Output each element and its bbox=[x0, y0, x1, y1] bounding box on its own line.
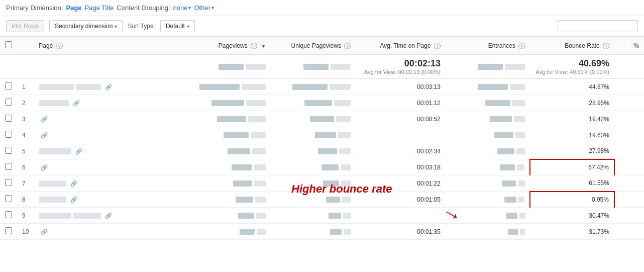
external-link-icon[interactable]: 🔗 bbox=[75, 148, 82, 154]
table-row: 8 🔗 00:01:05 0.95% bbox=[0, 192, 644, 208]
row-bounce-rate: 30.47% bbox=[530, 208, 614, 224]
row-unique-pageviews bbox=[271, 192, 356, 208]
external-link-icon[interactable]: 🔗 bbox=[73, 100, 80, 106]
row-pageviews bbox=[186, 175, 271, 192]
external-link-icon[interactable]: 🔗 bbox=[70, 180, 77, 187]
search-area bbox=[558, 20, 638, 32]
row-bounce-rate: 19.60% bbox=[530, 127, 614, 143]
bounce-rate-help-icon[interactable]: ? bbox=[603, 43, 609, 49]
row-bounce-rate: 67.42% bbox=[530, 159, 614, 175]
row-number: 5 bbox=[17, 143, 34, 159]
pageviews-help-icon[interactable]: ? bbox=[251, 43, 257, 49]
row-pct bbox=[614, 175, 644, 192]
content-grouping-dropdown[interactable]: none ▾ bbox=[173, 4, 191, 12]
row-number: 10 bbox=[17, 224, 34, 240]
row-checkbox-cell[interactable] bbox=[0, 111, 17, 127]
row-checkbox-cell[interactable] bbox=[0, 159, 17, 175]
summary-num bbox=[17, 54, 34, 79]
row-unique-pageviews bbox=[271, 111, 356, 127]
sort-default-dropdown[interactable]: Default ▾ bbox=[160, 20, 195, 32]
row-avg-time: 00:01:35 bbox=[356, 224, 446, 240]
page-link[interactable]: Page bbox=[66, 4, 81, 12]
row-entrances bbox=[446, 95, 530, 111]
row-number: 6 bbox=[17, 159, 34, 175]
secondary-dimension-dropdown[interactable]: Secondary dimension ▾ bbox=[49, 20, 123, 32]
summary-page bbox=[34, 54, 186, 79]
row-number: 3 bbox=[17, 111, 34, 127]
row-checkbox-cell[interactable] bbox=[0, 208, 17, 224]
avg-time-column-header[interactable]: Avg. Time on Page ? bbox=[356, 37, 446, 55]
table-row: 1 🔗 00:03:13 44.87% bbox=[0, 79, 644, 95]
row-checkbox[interactable] bbox=[5, 99, 12, 106]
row-checkbox-cell[interactable] bbox=[0, 192, 17, 208]
row-pageviews bbox=[186, 127, 271, 143]
entrances-column-header[interactable]: Entrances ? bbox=[446, 37, 530, 55]
row-checkbox[interactable] bbox=[5, 179, 12, 186]
table-row: 3 🔗 00:00:52 19.42% bbox=[0, 111, 644, 127]
summary-unique bbox=[271, 54, 356, 79]
summary-entrances bbox=[446, 54, 530, 79]
row-checkbox-cell[interactable] bbox=[0, 79, 17, 95]
row-avg-time bbox=[356, 127, 446, 143]
external-link-icon[interactable]: 🔗 bbox=[70, 197, 77, 203]
row-avg-time: 00:03:13 bbox=[356, 79, 446, 95]
page-title-link[interactable]: Page Title bbox=[85, 4, 114, 12]
row-checkbox[interactable] bbox=[5, 115, 12, 122]
row-bounce-rate: 27.98% bbox=[530, 143, 614, 159]
avg-time-help-icon[interactable]: ? bbox=[434, 43, 441, 49]
row-pct bbox=[614, 208, 644, 224]
row-checkbox[interactable] bbox=[5, 211, 12, 218]
select-all-checkbox[interactable] bbox=[5, 41, 12, 48]
row-unique-pageviews bbox=[271, 159, 356, 175]
bounce-rate-column-header[interactable]: Bounce Rate ? bbox=[530, 37, 614, 55]
external-link-icon[interactable]: 🔗 bbox=[105, 213, 112, 219]
table-row: 10 🔗 00:01:35 31.73% bbox=[0, 224, 644, 240]
page-help-icon[interactable]: ? bbox=[56, 43, 63, 49]
row-number: 8 bbox=[17, 192, 34, 208]
external-link-icon[interactable]: 🔗 bbox=[41, 116, 48, 122]
search-input[interactable] bbox=[558, 20, 638, 32]
row-checkbox-cell[interactable] bbox=[0, 175, 17, 192]
row-page: 🔗 bbox=[34, 79, 186, 95]
pageviews-column-header[interactable]: Pageviews ? ▼ bbox=[186, 37, 271, 55]
row-unique-pageviews bbox=[271, 208, 356, 224]
other-dropdown[interactable]: Other ▾ bbox=[194, 4, 214, 12]
external-link-icon[interactable]: 🔗 bbox=[41, 164, 48, 170]
row-checkbox-cell[interactable] bbox=[0, 143, 17, 159]
summary-pct bbox=[614, 54, 644, 79]
row-checkbox[interactable] bbox=[5, 195, 12, 202]
row-pct bbox=[614, 192, 644, 208]
row-page: 🔗 bbox=[34, 175, 186, 192]
table-row: 7 🔗 00:01:22 61.55% bbox=[0, 175, 644, 192]
plot-rows-button[interactable]: Plot Rows bbox=[6, 20, 44, 32]
row-checkbox[interactable] bbox=[5, 227, 12, 234]
row-checkbox-cell[interactable] bbox=[0, 224, 17, 240]
row-checkbox[interactable] bbox=[5, 131, 12, 138]
page-column-header[interactable]: Page ? bbox=[34, 37, 186, 55]
select-all-header[interactable] bbox=[0, 37, 17, 55]
row-pageviews bbox=[186, 79, 271, 95]
entrances-help-icon[interactable]: ? bbox=[518, 43, 525, 49]
summary-cb bbox=[0, 54, 17, 79]
row-bounce-rate: 61.55% bbox=[530, 175, 614, 192]
external-link-icon[interactable]: 🔗 bbox=[41, 132, 48, 138]
row-checkbox[interactable] bbox=[5, 82, 12, 89]
unique-pageviews-help-icon[interactable]: ? bbox=[344, 43, 351, 49]
row-page: 🔗 bbox=[34, 143, 186, 159]
row-bounce-rate: 31.73% bbox=[530, 224, 614, 240]
row-pageviews bbox=[186, 159, 271, 175]
row-unique-pageviews bbox=[271, 224, 356, 240]
row-avg-time: 00:00:52 bbox=[356, 111, 446, 127]
row-checkbox[interactable] bbox=[5, 163, 12, 170]
row-checkbox[interactable] bbox=[5, 147, 12, 154]
unique-pageviews-column-header[interactable]: Unique Pageviews ? bbox=[271, 37, 356, 55]
row-entrances bbox=[446, 143, 530, 159]
external-link-icon[interactable]: 🔗 bbox=[105, 84, 112, 90]
row-page: 🔗 bbox=[34, 95, 186, 111]
external-link-icon[interactable]: 🔗 bbox=[41, 229, 48, 235]
summary-bouncerate: 40.69% Avg for View: 40.69% (0.00%) bbox=[530, 54, 614, 79]
row-entrances bbox=[446, 127, 530, 143]
row-checkbox-cell[interactable] bbox=[0, 95, 17, 111]
row-pageviews bbox=[186, 224, 271, 240]
row-checkbox-cell[interactable] bbox=[0, 127, 17, 143]
